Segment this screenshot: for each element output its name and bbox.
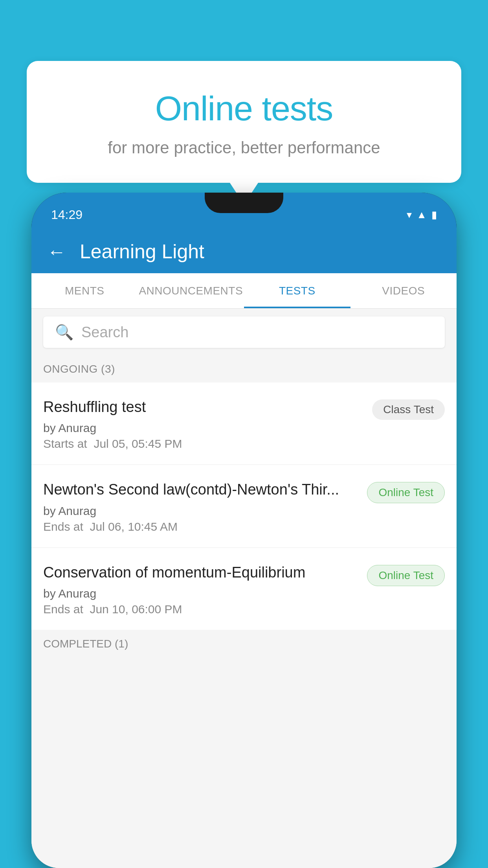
test-info-1: Reshuffling test by Anurag Starts at Jul…	[43, 397, 372, 451]
battery-icon: ▮	[431, 209, 437, 221]
search-bar[interactable]: 🔍 Search	[43, 316, 445, 348]
tab-announcements[interactable]: ANNOUNCEMENTS	[138, 273, 244, 308]
phone-frame: 14:29 ▾ ▲ ▮ ← Learning Light MENTS ANNOU…	[31, 193, 457, 868]
signal-icon: ▲	[416, 209, 427, 221]
bubble-title: Online tests	[50, 88, 438, 129]
test-name-3: Conservation of momentum-Equilibrium	[43, 563, 359, 582]
search-icon: 🔍	[55, 324, 73, 341]
test-time-1: Starts at Jul 05, 05:45 PM	[43, 437, 364, 451]
speech-bubble: Online tests for more practice, better p…	[27, 61, 461, 183]
test-item-1[interactable]: Reshuffling test by Anurag Starts at Jul…	[31, 383, 457, 464]
phone-screen: ← Learning Light MENTS ANNOUNCEMENTS TES…	[31, 230, 457, 868]
wifi-icon: ▾	[407, 209, 412, 221]
test-author-3: by Anurag	[43, 587, 359, 600]
test-info-2: Newton's Second law(contd)-Newton's Thir…	[43, 480, 367, 533]
tab-ments[interactable]: MENTS	[31, 273, 138, 308]
test-item-3[interactable]: Conservation of momentum-Equilibrium by …	[31, 548, 457, 630]
back-button[interactable]: ←	[47, 241, 66, 263]
tab-videos[interactable]: VIDEOS	[350, 273, 457, 308]
test-time-3: Ends at Jun 10, 06:00 PM	[43, 603, 359, 616]
badge-online-test-2: Online Test	[367, 482, 445, 503]
badge-class-test-1: Class Test	[372, 399, 445, 420]
test-name-1: Reshuffling test	[43, 397, 364, 417]
bubble-subtitle: for more practice, better performance	[50, 138, 438, 157]
search-placeholder: Search	[81, 324, 128, 341]
app-title: Learning Light	[80, 240, 204, 263]
badge-online-test-3: Online Test	[367, 565, 445, 586]
test-time-2: Ends at Jul 06, 10:45 AM	[43, 520, 359, 533]
test-author-2: by Anurag	[43, 504, 359, 518]
test-item-2[interactable]: Newton's Second law(contd)-Newton's Thir…	[31, 465, 457, 547]
search-container: 🔍 Search	[31, 309, 457, 356]
test-author-1: by Anurag	[43, 421, 364, 435]
status-icons: ▾ ▲ ▮	[407, 209, 437, 221]
test-name-2: Newton's Second law(contd)-Newton's Thir…	[43, 480, 359, 499]
status-bar: 14:29 ▾ ▲ ▮	[31, 193, 457, 230]
test-info-3: Conservation of momentum-Equilibrium by …	[43, 563, 367, 616]
content-area: ONGOING (3) Reshuffling test by Anurag S…	[31, 356, 457, 868]
completed-section-header: COMPLETED (1)	[31, 631, 457, 657]
tab-tests[interactable]: TESTS	[244, 273, 350, 308]
tab-bar: MENTS ANNOUNCEMENTS TESTS VIDEOS	[31, 273, 457, 309]
status-time: 14:29	[51, 208, 83, 222]
ongoing-section-header: ONGOING (3)	[31, 356, 457, 383]
speech-bubble-container: Online tests for more practice, better p…	[27, 61, 461, 183]
app-header: ← Learning Light	[31, 230, 457, 273]
